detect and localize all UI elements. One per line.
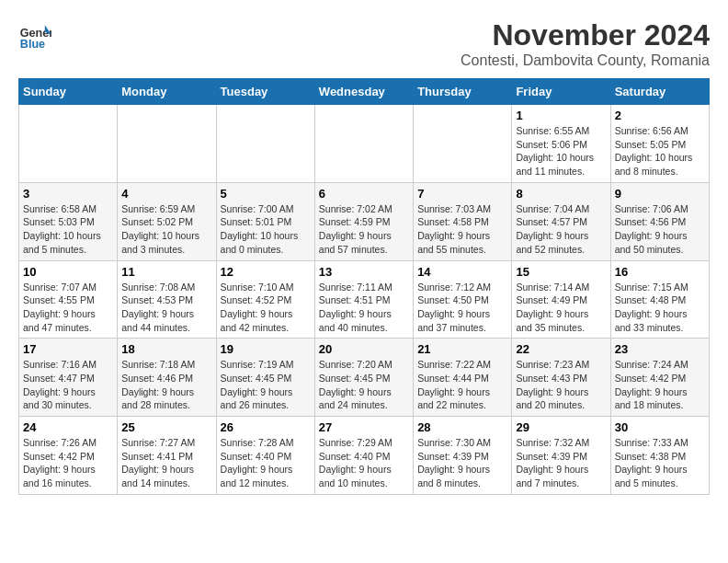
day-number: 25: [121, 420, 211, 434]
title-area: November 2024 Contesti, Dambovita County…: [461, 18, 710, 69]
calendar-cell: [216, 105, 314, 183]
calendar-cell: 26Sunrise: 7:28 AMSunset: 4:40 PMDayligh…: [216, 417, 314, 495]
calendar-cell: 22Sunrise: 7:23 AMSunset: 4:43 PMDayligh…: [512, 339, 610, 417]
day-info: Sunrise: 7:15 AMSunset: 4:48 PMDaylight:…: [615, 281, 705, 335]
day-info: Sunrise: 7:19 AMSunset: 4:45 PMDaylight:…: [221, 358, 311, 412]
calendar-week-row: 3Sunrise: 6:58 AMSunset: 5:03 PMDaylight…: [19, 182, 710, 260]
day-info: Sunrise: 7:03 AMSunset: 4:58 PMDaylight:…: [417, 202, 507, 257]
day-info: Sunrise: 7:27 AMSunset: 4:41 PMDaylight:…: [121, 436, 211, 490]
weekday-header-cell: Wednesday: [314, 79, 413, 105]
day-info: Sunrise: 7:02 AMSunset: 4:59 PMDaylight:…: [319, 202, 409, 257]
calendar-cell: 25Sunrise: 7:27 AMSunset: 4:41 PMDayligh…: [118, 417, 216, 495]
day-number: 23: [615, 342, 705, 356]
day-info: Sunrise: 6:55 AMSunset: 5:06 PMDaylight:…: [516, 124, 606, 178]
calendar-cell: 30Sunrise: 7:33 AMSunset: 4:38 PMDayligh…: [610, 417, 709, 495]
day-number: 13: [319, 265, 409, 279]
day-info: Sunrise: 6:59 AMSunset: 5:02 PMDaylight:…: [121, 202, 211, 257]
day-number: 9: [615, 187, 705, 201]
day-number: 5: [221, 187, 311, 201]
calendar-cell: 10Sunrise: 7:07 AMSunset: 4:55 PMDayligh…: [19, 260, 118, 339]
day-number: 27: [319, 420, 409, 434]
day-number: 22: [516, 342, 606, 356]
day-info: Sunrise: 7:10 AMSunset: 4:52 PMDaylight:…: [221, 281, 311, 335]
day-info: Sunrise: 7:33 AMSunset: 4:38 PMDaylight:…: [615, 436, 705, 490]
day-number: 8: [516, 187, 606, 201]
day-number: 3: [23, 187, 113, 201]
calendar-week-row: 24Sunrise: 7:26 AMSunset: 4:42 PMDayligh…: [19, 417, 710, 495]
day-info: Sunrise: 7:24 AMSunset: 4:42 PMDaylight:…: [615, 358, 705, 412]
calendar-cell: 15Sunrise: 7:14 AMSunset: 4:49 PMDayligh…: [512, 260, 610, 339]
day-number: 15: [516, 265, 606, 279]
day-number: 16: [615, 265, 705, 279]
calendar-cell: 20Sunrise: 7:20 AMSunset: 4:45 PMDayligh…: [314, 339, 413, 417]
day-number: 10: [23, 265, 113, 279]
day-number: 7: [417, 187, 507, 201]
day-info: Sunrise: 7:32 AMSunset: 4:39 PMDaylight:…: [516, 436, 606, 490]
day-info: Sunrise: 7:20 AMSunset: 4:45 PMDaylight:…: [319, 358, 409, 412]
day-number: 1: [516, 109, 606, 122]
calendar-cell: 3Sunrise: 6:58 AMSunset: 5:03 PMDaylight…: [19, 182, 118, 260]
day-number: 6: [319, 187, 409, 201]
day-info: Sunrise: 6:56 AMSunset: 5:05 PMDaylight:…: [615, 124, 705, 178]
calendar-cell: 21Sunrise: 7:22 AMSunset: 4:44 PMDayligh…: [414, 339, 512, 417]
weekday-header-cell: Friday: [512, 79, 610, 105]
logo-icon: General Blue: [18, 18, 51, 52]
day-number: 19: [221, 342, 311, 356]
calendar-cell: 9Sunrise: 7:06 AMSunset: 4:56 PMDaylight…: [610, 182, 709, 260]
day-number: 20: [319, 342, 409, 356]
day-info: Sunrise: 7:14 AMSunset: 4:49 PMDaylight:…: [516, 281, 606, 335]
day-info: Sunrise: 7:22 AMSunset: 4:44 PMDaylight:…: [417, 358, 507, 412]
calendar-cell: 29Sunrise: 7:32 AMSunset: 4:39 PMDayligh…: [512, 417, 610, 495]
calendar-week-row: 17Sunrise: 7:16 AMSunset: 4:47 PMDayligh…: [19, 339, 710, 417]
calendar-cell: 2Sunrise: 6:56 AMSunset: 5:05 PMDaylight…: [610, 105, 709, 183]
calendar-cell: 17Sunrise: 7:16 AMSunset: 4:47 PMDayligh…: [19, 339, 118, 417]
calendar-week-row: 1Sunrise: 6:55 AMSunset: 5:06 PMDaylight…: [19, 105, 710, 183]
calendar-cell: 13Sunrise: 7:11 AMSunset: 4:51 PMDayligh…: [314, 260, 413, 339]
calendar-cell: 19Sunrise: 7:19 AMSunset: 4:45 PMDayligh…: [216, 339, 314, 417]
calendar-cell: 18Sunrise: 7:18 AMSunset: 4:46 PMDayligh…: [118, 339, 216, 417]
day-info: Sunrise: 7:12 AMSunset: 4:50 PMDaylight:…: [417, 281, 507, 335]
day-number: 2: [615, 109, 705, 122]
day-number: 11: [121, 265, 211, 279]
day-number: 14: [417, 265, 507, 279]
calendar-cell: 8Sunrise: 7:04 AMSunset: 4:57 PMDaylight…: [512, 182, 610, 260]
day-number: 17: [23, 342, 113, 356]
day-info: Sunrise: 7:06 AMSunset: 4:56 PMDaylight:…: [615, 202, 705, 257]
calendar-cell: 6Sunrise: 7:02 AMSunset: 4:59 PMDaylight…: [314, 182, 413, 260]
day-info: Sunrise: 7:16 AMSunset: 4:47 PMDaylight:…: [23, 358, 113, 412]
location-title: Contesti, Dambovita County, Romania: [461, 52, 710, 69]
calendar-week-row: 10Sunrise: 7:07 AMSunset: 4:55 PMDayligh…: [19, 260, 710, 339]
day-info: Sunrise: 7:18 AMSunset: 4:46 PMDaylight:…: [121, 358, 211, 412]
day-number: 4: [121, 187, 211, 201]
calendar-cell: 23Sunrise: 7:24 AMSunset: 4:42 PMDayligh…: [610, 339, 709, 417]
calendar-cell: 28Sunrise: 7:30 AMSunset: 4:39 PMDayligh…: [414, 417, 512, 495]
day-info: Sunrise: 7:30 AMSunset: 4:39 PMDaylight:…: [417, 436, 507, 490]
day-info: Sunrise: 7:00 AMSunset: 5:01 PMDaylight:…: [221, 202, 311, 257]
calendar-body: 1Sunrise: 6:55 AMSunset: 5:06 PMDaylight…: [19, 105, 710, 495]
day-number: 12: [221, 265, 311, 279]
day-number: 28: [417, 420, 507, 434]
weekday-header-cell: Monday: [118, 79, 216, 105]
day-number: 29: [516, 420, 606, 434]
day-number: 30: [615, 420, 705, 434]
calendar-cell: [314, 105, 413, 183]
logo: General Blue: [18, 18, 51, 52]
calendar-cell: [414, 105, 512, 183]
day-info: Sunrise: 7:08 AMSunset: 4:53 PMDaylight:…: [121, 281, 211, 335]
day-info: Sunrise: 6:58 AMSunset: 5:03 PMDaylight:…: [23, 202, 113, 257]
calendar-cell: 24Sunrise: 7:26 AMSunset: 4:42 PMDayligh…: [19, 417, 118, 495]
day-info: Sunrise: 7:29 AMSunset: 4:40 PMDaylight:…: [319, 436, 409, 490]
day-info: Sunrise: 7:23 AMSunset: 4:43 PMDaylight:…: [516, 358, 606, 412]
day-info: Sunrise: 7:07 AMSunset: 4:55 PMDaylight:…: [23, 281, 113, 335]
weekday-header-row: SundayMondayTuesdayWednesdayThursdayFrid…: [19, 79, 710, 105]
day-info: Sunrise: 7:28 AMSunset: 4:40 PMDaylight:…: [221, 436, 311, 490]
weekday-header-cell: Tuesday: [216, 79, 314, 105]
day-number: 21: [417, 342, 507, 356]
calendar-cell: 12Sunrise: 7:10 AMSunset: 4:52 PMDayligh…: [216, 260, 314, 339]
weekday-header-cell: Sunday: [19, 79, 118, 105]
day-number: 26: [221, 420, 311, 434]
weekday-header-cell: Thursday: [414, 79, 512, 105]
weekday-header-cell: Saturday: [610, 79, 709, 105]
day-number: 18: [121, 342, 211, 356]
calendar-cell: 14Sunrise: 7:12 AMSunset: 4:50 PMDayligh…: [414, 260, 512, 339]
